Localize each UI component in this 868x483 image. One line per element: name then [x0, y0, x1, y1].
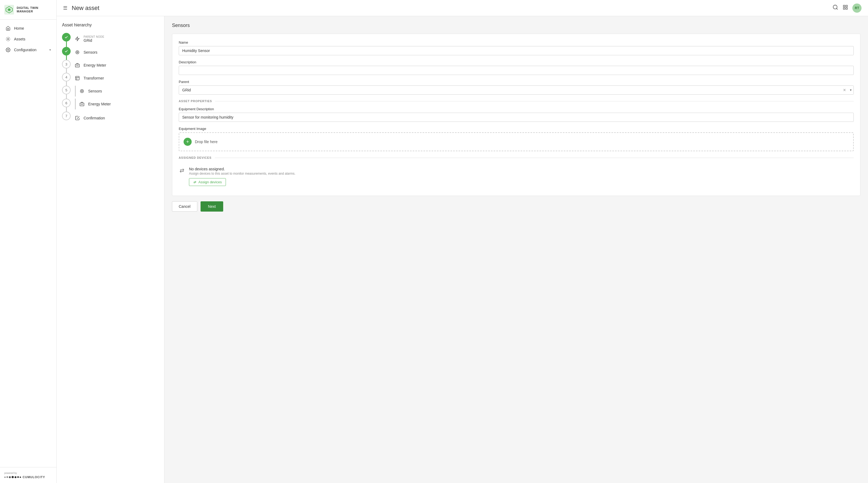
sidebar-nav: Home Assets Configuration ▾: [0, 20, 56, 467]
assets-icon: [5, 36, 11, 42]
sidebar-configuration-label: Configuration: [14, 48, 46, 52]
name-group: Name: [179, 40, 854, 55]
svg-marker-12: [75, 37, 79, 41]
description-label: Description: [179, 60, 854, 64]
app-title: DIGITAL TWIN MANAGER: [17, 6, 52, 13]
svg-rect-9: [846, 5, 847, 7]
cumulocity-brand: CUMULOCITY: [23, 476, 45, 479]
transformer-label: Transformer: [84, 76, 104, 80]
powered-by-text: powered by: [4, 472, 17, 474]
assign-devices-button[interactable]: Assign devices: [189, 178, 226, 186]
app-logo-icon: [4, 5, 14, 14]
devices-transfer-icon: [179, 167, 185, 175]
hierarchy-item-parent: PARENT NODE GRid: [62, 33, 159, 47]
parent-select-wrapper: ✕ ▾: [179, 86, 854, 95]
equipment-description-group: Equipment Description: [179, 107, 854, 122]
sidebar-home-label: Home: [14, 26, 51, 30]
svg-point-4: [7, 38, 9, 40]
asset-properties-divider: ASSET PROPERTIES: [179, 99, 854, 103]
svg-rect-19: [75, 76, 79, 80]
hierarchy-item-energy-meter2[interactable]: 6 Energy Meter: [62, 99, 159, 111]
topbar-actions: RT: [832, 3, 862, 13]
topbar: ☰ New asset RT: [57, 0, 868, 16]
no-devices-text: No devices assigned. Assign devices to t…: [189, 167, 296, 186]
sidebar-footer: powered by CUMULOCITY: [0, 467, 56, 483]
parent-label: Parent: [179, 80, 854, 84]
sidebar-item-home[interactable]: Home: [0, 23, 56, 34]
divider-line2: [215, 158, 854, 158]
equipment-description-input[interactable]: [179, 112, 854, 122]
drop-file-text: Drop file here: [195, 140, 218, 144]
equipment-image-label: Equipment Image: [179, 127, 854, 131]
description-group: Description: [179, 60, 854, 75]
no-devices-row: No devices assigned. Assign devices to t…: [179, 164, 854, 189]
confirmation-label: Confirmation: [84, 116, 105, 120]
svg-point-6: [833, 5, 837, 9]
hierarchy-item-confirmation[interactable]: 7 Confirmation: [62, 111, 159, 125]
name-input[interactable]: [179, 46, 854, 55]
energy-meter-label: Energy Meter: [84, 63, 106, 67]
energy-meter2-label: Energy Meter: [88, 102, 111, 106]
configuration-icon: [5, 47, 11, 53]
next-button[interactable]: Next: [200, 201, 223, 212]
parent-node-label: GRid: [84, 38, 104, 42]
user-avatar[interactable]: RT: [852, 3, 862, 13]
content-area: Asset hierarchy PARENT NODE GRid: [57, 16, 868, 483]
svg-point-5: [7, 49, 9, 51]
form-card-main: Name Description Parent ✕ ▾: [172, 34, 861, 196]
sidebar-assets-label: Assets: [14, 37, 51, 41]
svg-point-3: [8, 9, 10, 11]
hierarchy-item-sensors2[interactable]: 5 Sensors: [62, 86, 159, 99]
hierarchy-panel: Asset hierarchy PARENT NODE GRid: [57, 16, 164, 483]
sidebar: DIGITAL TWIN MANAGER Home Assets Configu…: [0, 0, 57, 483]
assign-devices-label: Assign devices: [198, 180, 222, 184]
equipment-image-group: Equipment Image + Drop file here: [179, 127, 854, 151]
parent-node-label-small: PARENT NODE: [84, 35, 104, 38]
no-devices-sub: Assign devices to this asset to monitor …: [189, 172, 296, 175]
parent-input[interactable]: [179, 86, 854, 95]
sidebar-logo: DIGITAL TWIN MANAGER: [0, 0, 56, 20]
svg-rect-8: [843, 5, 845, 7]
grid-icon[interactable]: [843, 5, 848, 11]
hierarchy-item-energy-meter[interactable]: 3 Energy Meter: [62, 60, 159, 73]
drop-zone[interactable]: + Drop file here: [179, 132, 854, 151]
chevron-down-icon: ▾: [49, 48, 51, 52]
svg-rect-11: [846, 8, 847, 9]
svg-point-13: [76, 51, 79, 54]
clear-icon[interactable]: ✕: [843, 88, 846, 92]
divider-line: [215, 101, 854, 101]
chevron-down-icon[interactable]: ▾: [850, 88, 851, 92]
assigned-devices-divider: ASSIGNED DEVICES: [179, 156, 854, 159]
equipment-description-label: Equipment Description: [179, 107, 854, 111]
form-actions: Cancel Next: [172, 201, 861, 212]
form-panel: Sensors Name Description Parent: [164, 16, 868, 483]
svg-point-21: [82, 91, 83, 92]
svg-line-7: [836, 8, 838, 9]
main-area: ☰ New asset RT Asset hierarchy: [57, 0, 868, 483]
hierarchy-title: Asset hierarchy: [62, 23, 159, 28]
description-input[interactable]: [179, 66, 854, 75]
menu-icon[interactable]: ☰: [63, 5, 67, 11]
cancel-button[interactable]: Cancel: [172, 201, 197, 212]
parent-group: Parent ✕ ▾: [179, 80, 854, 95]
sensors-label: Sensors: [84, 50, 97, 55]
cumulocity-dots: [4, 476, 21, 478]
asset-properties-label: ASSET PROPERTIES: [179, 99, 212, 103]
home-icon: [5, 26, 11, 31]
no-devices-title: No devices assigned.: [189, 167, 296, 171]
svg-point-14: [77, 52, 78, 53]
assigned-devices-label: ASSIGNED DEVICES: [179, 156, 212, 159]
name-label: Name: [179, 40, 854, 44]
hierarchy-item-sensors[interactable]: Sensors: [62, 47, 159, 60]
add-icon: +: [184, 138, 192, 146]
sidebar-item-assets[interactable]: Assets: [0, 34, 56, 44]
search-icon[interactable]: [832, 4, 838, 11]
form-panel-title: Sensors: [172, 23, 861, 28]
sidebar-item-configuration[interactable]: Configuration ▾: [0, 44, 56, 55]
page-title: New asset: [72, 5, 828, 11]
sensors2-label: Sensors: [88, 89, 102, 93]
svg-point-20: [80, 90, 84, 93]
svg-rect-10: [843, 8, 845, 9]
hierarchy-item-transformer[interactable]: 4 Transformer: [62, 73, 159, 86]
